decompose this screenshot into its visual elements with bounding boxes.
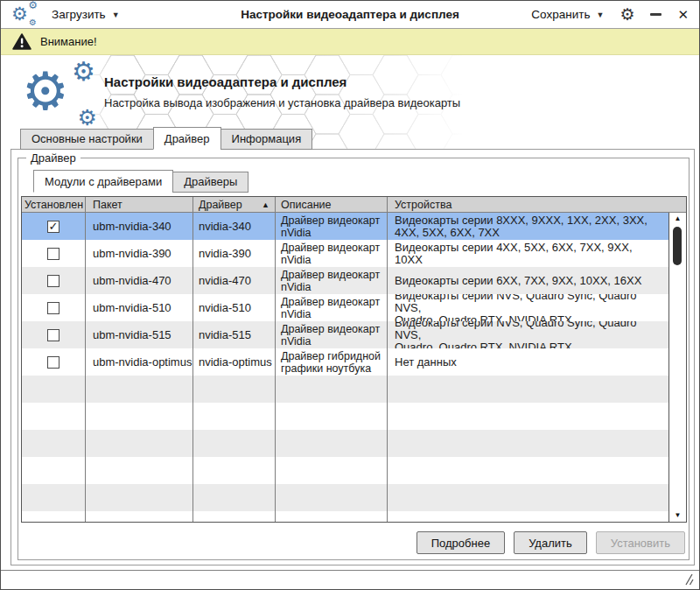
- description-cell: [276, 511, 388, 522]
- close-icon: ✕: [677, 8, 689, 21]
- driver-cell: nvidia-340: [193, 213, 276, 240]
- page-subtitle: Настройка вывода изображения и установка…: [104, 96, 460, 109]
- description-cell: Драйвер видеокарт nVidia: [276, 213, 388, 240]
- save-button-label: Сохранить: [531, 8, 590, 21]
- column-header-description[interactable]: Описание: [276, 197, 388, 212]
- installed-cell: [22, 484, 86, 511]
- load-button[interactable]: Загрузить ▼: [52, 8, 120, 21]
- gear-icon: ⚙: [22, 64, 69, 120]
- row-checkbox[interactable]: [47, 275, 60, 287]
- installed-cell: [22, 321, 86, 348]
- table-action-buttons: Подробнее Удалить Установить: [416, 531, 685, 554]
- gear-icon: ⚙: [72, 59, 95, 85]
- chevron-down-icon: ▼: [596, 11, 604, 19]
- groupbox-label: Драйвер: [26, 151, 80, 165]
- driver-cell: [193, 376, 276, 403]
- driver-cell: [193, 511, 276, 522]
- package-cell: ubm-nvidia-390: [86, 240, 193, 267]
- driver-cell: nvidia-optimus: [193, 348, 276, 376]
- tab-information[interactable]: Информация: [220, 129, 313, 150]
- description-cell: Драйвер видеокарт nVidia: [276, 294, 388, 321]
- row-checkbox[interactable]: [47, 356, 60, 369]
- installed-cell: [22, 430, 86, 457]
- title-bar: ⚙ ⚙ ⚙ Загрузить ▼ Настройки видеоадаптер…: [1, 1, 699, 29]
- remove-button[interactable]: Удалить: [514, 531, 587, 554]
- tab-drivers[interactable]: Драйверы: [172, 172, 248, 193]
- main-tab-bar: Основные настройки Драйвер Информация: [20, 127, 312, 150]
- table-row[interactable]: ✓ ubm-nvidia-340 nvidia-340 Драйвер виде…: [22, 213, 668, 240]
- package-cell: [86, 376, 193, 403]
- app-gears-logo: ⚙ ⚙ ⚙: [22, 64, 102, 125]
- empty-table-row[interactable]: [22, 511, 668, 522]
- row-checkbox[interactable]: [47, 329, 60, 341]
- resize-grip-icon[interactable]: [682, 573, 694, 586]
- column-header-driver[interactable]: Драйвер ▲: [193, 197, 276, 212]
- gear-icon: ⚙: [29, 18, 37, 27]
- driver-cell: nvidia-515: [193, 321, 276, 348]
- driver-cell: [193, 403, 276, 430]
- details-button[interactable]: Подробнее: [416, 531, 505, 554]
- row-checkbox[interactable]: [47, 302, 60, 314]
- table-row[interactable]: ubm-nvidia-optimus nvidia-optimus Драйве…: [22, 348, 668, 376]
- empty-table-row[interactable]: [22, 457, 668, 484]
- row-checkbox[interactable]: ✓: [47, 221, 60, 233]
- install-button[interactable]: Установить: [596, 531, 685, 554]
- package-cell: [86, 403, 193, 430]
- driver-cell: nvidia-390: [193, 240, 276, 267]
- page-title: Настройки видеоадаптера и дисплея: [104, 74, 346, 89]
- table-row[interactable]: ubm-nvidia-510 nvidia-510 Драйвер видеок…: [22, 294, 668, 321]
- package-cell: ubm-nvidia-515: [86, 321, 193, 348]
- table-row[interactable]: ubm-nvidia-390 nvidia-390 Драйвер видеок…: [22, 240, 668, 267]
- package-cell: ubm-nvidia-optimus: [86, 348, 193, 376]
- gear-icon: ⚙: [78, 107, 97, 129]
- row-checkbox[interactable]: [47, 248, 60, 260]
- close-button[interactable]: ✕: [677, 8, 689, 21]
- driver-cell: nvidia-510: [193, 294, 276, 321]
- devices-cell: [388, 484, 668, 511]
- gear-icon: ⚙: [28, 0, 38, 11]
- vertical-scrollbar[interactable]: ▲ ▼: [668, 213, 686, 522]
- column-header-package[interactable]: Пакет: [86, 197, 193, 212]
- description-cell: Драйвер видеокарт nVidia: [276, 267, 388, 294]
- scroll-up-icon[interactable]: ▲: [669, 213, 686, 225]
- inner-tab-bar: Модули с драйверами Драйверы: [33, 170, 248, 193]
- scroll-down-icon[interactable]: ▼: [669, 509, 686, 522]
- app-gears-icon: ⚙ ⚙ ⚙: [11, 4, 39, 26]
- description-cell: Драйвер видеокарт nVidia: [276, 321, 388, 348]
- scrollbar-thumb[interactable]: [673, 227, 682, 265]
- empty-table-row[interactable]: [22, 376, 668, 403]
- column-header-devices[interactable]: Устройства: [388, 197, 686, 212]
- installed-cell: [22, 267, 86, 294]
- tab-driver[interactable]: Драйвер: [153, 127, 221, 150]
- save-button[interactable]: Сохранить ▼: [531, 8, 604, 21]
- tab-driver-modules[interactable]: Модули с драйверами: [33, 170, 173, 193]
- driver-groupbox: Драйвер Модули с драйверами Драйверы Уст…: [18, 158, 690, 560]
- devices-cell: Видеокарты серии 8XXX, 9XXX, 1XX, 2XX, 3…: [388, 213, 668, 240]
- package-cell: [86, 511, 193, 522]
- driver-modules-table: Установлен Пакет Драйвер ▲ Описание Устр…: [21, 196, 687, 523]
- empty-table-row[interactable]: [22, 403, 668, 430]
- tab-main-settings[interactable]: Основные настройки: [20, 129, 154, 150]
- minimize-icon: [650, 13, 662, 16]
- minimize-button[interactable]: [650, 13, 662, 16]
- driver-cell: [193, 430, 276, 457]
- warning-text: Внимание!: [40, 35, 97, 48]
- description-cell: [276, 376, 388, 403]
- description-cell: [276, 457, 388, 484]
- table-row[interactable]: ubm-nvidia-515 nvidia-515 Драйвер видеок…: [22, 321, 668, 348]
- content-area: ⚙ ⚙ ⚙ Настройки видеоадаптера и дисплея …: [1, 55, 699, 570]
- description-cell: [276, 403, 388, 430]
- table-row[interactable]: ubm-nvidia-470 nvidia-470 Драйвер видеок…: [22, 267, 668, 294]
- devices-cell: Видеокарты серии NVS, Quadro Sync, Quadr…: [388, 321, 668, 348]
- settings-button[interactable]: ⚙: [620, 6, 634, 23]
- devices-cell: [388, 511, 668, 522]
- driver-cell: [193, 484, 276, 511]
- installed-cell: [22, 403, 86, 430]
- column-header-installed[interactable]: Установлен: [22, 197, 86, 212]
- devices-cell: Видеокарты серии NVS, Quadro Sync, Quadr…: [388, 294, 668, 321]
- empty-table-row[interactable]: [22, 484, 668, 511]
- devices-cell: Видеокарты серии 6XX, 7XX, 9XX, 10XX, 16…: [388, 267, 668, 294]
- sort-asc-icon: ▲: [262, 200, 271, 209]
- empty-table-row[interactable]: [22, 430, 668, 457]
- installed-cell: [22, 376, 86, 403]
